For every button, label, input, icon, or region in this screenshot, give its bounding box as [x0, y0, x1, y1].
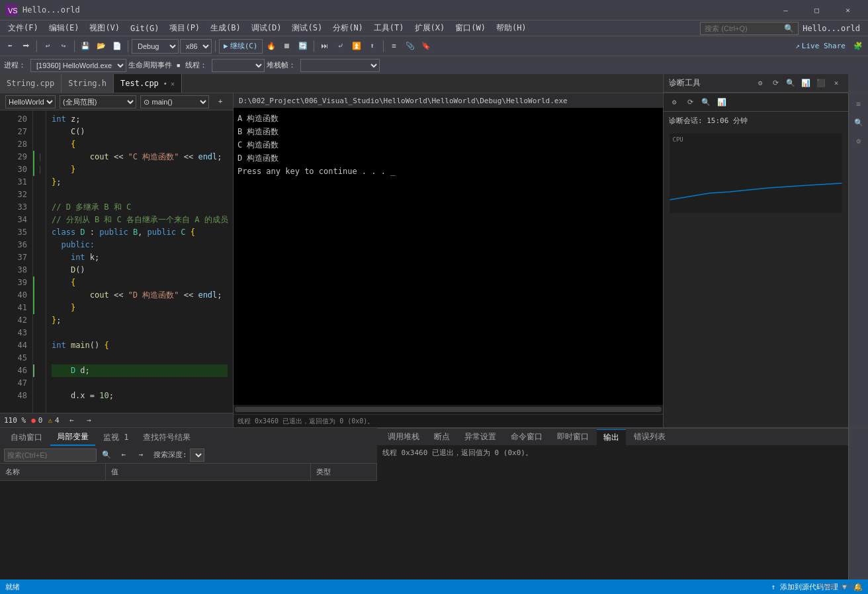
sidebar-icon-3[interactable]: ⚙	[851, 133, 867, 149]
code-line-27: C()	[52, 126, 228, 138]
editor-content[interactable]: 20 27 28 29 30 31 32 33 34 35 36 37 38 3…	[0, 110, 233, 413]
diag-refresh-icon[interactable]: ⟳	[769, 77, 782, 90]
process-dropdown[interactable]: [19360] HelloWorld.exe	[30, 59, 126, 72]
nav-fwd-button[interactable]: →	[82, 413, 97, 428]
diag-tb-refresh-icon[interactable]: ⟳	[683, 96, 697, 109]
close-button[interactable]: ✕	[833, 0, 863, 20]
share-icon: ↗	[795, 42, 800, 50]
sidebar-icon-2[interactable]: 🔍	[851, 114, 867, 130]
live-share-button[interactable]: ↗ Live Share	[791, 39, 849, 54]
menu-project[interactable]: 项目(P)	[164, 21, 205, 36]
forward-button[interactable]: ⮕	[19, 39, 33, 54]
menu-help[interactable]: 帮助(H)	[491, 21, 532, 36]
search-back-btn[interactable]: ←	[116, 448, 131, 462]
toolbar-extra-1[interactable]: ≡	[387, 39, 402, 54]
debug-controls-1[interactable]: ⏭	[318, 39, 332, 54]
menu-view[interactable]: 视图(V)	[84, 21, 125, 36]
extensions-icon[interactable]: 🧩	[851, 39, 865, 54]
output-text: 线程 0x3460 已退出，返回值为 0 (0x0)。	[382, 448, 533, 457]
code-area[interactable]: int z; C() { cout << "C 构造函数" << endl; }…	[46, 110, 233, 413]
line-numbers: 20 27 28 29 30 31 32 33 34 35 36 37 38 3…	[0, 110, 33, 413]
tab-dot-test-cpp: •	[163, 80, 167, 87]
console-output[interactable]: A 构造函数 B 构造函数 C 构造函数 D 构造函数 Press any ke…	[234, 108, 663, 405]
undo-button[interactable]: ↩	[40, 39, 55, 54]
tab-string-h[interactable]: String.h	[62, 74, 114, 93]
tab-breakpoints[interactable]: 断点	[427, 429, 456, 445]
toolbar-extra-2[interactable]: 📎	[403, 39, 417, 54]
tab-label-string-h: String.h	[68, 79, 107, 88]
tab-string-cpp[interactable]: String.cpp	[0, 74, 62, 93]
bottom-area: 自动窗口 局部变量 监视 1 查找符号结果 🔍 ← → 搜索深度: 名称 值	[0, 427, 868, 579]
search-depth-dropdown[interactable]	[190, 448, 204, 462]
tab-watch1[interactable]: 监视 1	[97, 429, 135, 446]
tab-immediate[interactable]: 即时窗口	[550, 429, 595, 445]
diag-settings-icon[interactable]: ⚙	[754, 77, 767, 90]
output-content[interactable]: 线程 0x3460 已退出，返回值为 0 (0x0)。	[377, 445, 848, 579]
stop-button[interactable]: ⏹	[280, 39, 294, 54]
search-icon-btn[interactable]: 🔍	[99, 448, 114, 462]
open-button[interactable]: 📂	[94, 39, 108, 54]
thread-dropdown[interactable]	[212, 59, 265, 72]
nav-back-button[interactable]: ←	[65, 413, 79, 428]
tab-output[interactable]: 输出	[597, 429, 626, 445]
locals-content[interactable]	[0, 481, 377, 579]
error-indicator[interactable]: ● 0	[31, 416, 42, 425]
diag-tb-settings-icon[interactable]: ⚙	[668, 96, 681, 109]
tab-close-test-cpp[interactable]: ✕	[171, 80, 175, 87]
col-name: 名称	[0, 464, 106, 481]
tab-exception-settings[interactable]: 异常设置	[458, 429, 503, 445]
maximize-button[interactable]: □	[802, 0, 832, 20]
tab-command-window[interactable]: 命令窗口	[504, 429, 549, 445]
file-select[interactable]: HelloWorld	[5, 95, 56, 108]
new-button[interactable]: 📄	[110, 39, 124, 54]
diag-zoom-in-icon[interactable]: 🔍	[784, 77, 797, 90]
debug-controls-2[interactable]: ⤶	[333, 39, 348, 54]
debug-toolbar: 进程： ﻿[19360] HelloWorld.exe 生命周期事件 ▪ 线程：…	[0, 56, 868, 74]
tab-error-list[interactable]: 错误列表	[627, 429, 672, 445]
restart-button[interactable]: 🔄	[296, 39, 310, 54]
sidebar-icon-1[interactable]: ≡	[851, 96, 867, 112]
menu-analyze[interactable]: 分析(N)	[327, 21, 369, 36]
menu-extensions[interactable]: 扩展(X)	[410, 21, 451, 36]
redo-button[interactable]: ↪	[56, 39, 71, 54]
locals-search-input[interactable]	[4, 448, 97, 462]
menu-git[interactable]: Git(G)	[125, 21, 164, 36]
continue-button[interactable]: ▶ 继续(C)	[219, 39, 263, 54]
debug-controls-4[interactable]: ⬆	[365, 39, 380, 54]
menu-debug[interactable]: 调试(D)	[246, 21, 287, 36]
search-fwd-btn[interactable]: →	[134, 448, 148, 462]
stack-dropdown[interactable]	[300, 59, 380, 72]
save-button[interactable]: 💾	[78, 39, 93, 54]
tab-auto-window[interactable]: 自动窗口	[4, 429, 49, 446]
tab-locals[interactable]: 局部变量	[50, 429, 95, 446]
platform-dropdown[interactable]: x86 x64	[180, 39, 212, 54]
debug-controls-3[interactable]: ⏫	[349, 39, 364, 54]
function-select[interactable]: ⊙ main()	[140, 95, 209, 108]
search-input[interactable]	[705, 24, 784, 32]
tab-call-stack[interactable]: 调用堆栈	[381, 429, 426, 445]
debug-config-dropdown[interactable]: Debug Release	[132, 39, 179, 54]
toolbar-extra-3[interactable]: 🔖	[419, 39, 433, 54]
bottom-left-tabs: 自动窗口 局部变量 监视 1 查找符号结果	[0, 428, 377, 446]
expand-editor-button[interactable]: +	[213, 95, 228, 109]
warning-indicator[interactable]: ⚠ 4	[48, 416, 59, 425]
diag-float-icon[interactable]: ⬛	[814, 77, 828, 90]
menu-build[interactable]: 生成(B)	[205, 21, 246, 36]
back-button[interactable]: ⬅	[3, 39, 17, 54]
fire-icon[interactable]: 🔥	[264, 39, 279, 54]
menu-edit[interactable]: 编辑(E)	[44, 21, 85, 36]
menu-file[interactable]: 文件(F)	[3, 21, 44, 36]
console-scrollbar[interactable]	[234, 405, 663, 414]
tab-find-symbol[interactable]: 查找符号结果	[136, 429, 197, 446]
menu-test[interactable]: 测试(S)	[286, 21, 327, 36]
diag-close-icon[interactable]: ✕	[830, 77, 843, 90]
minimize-button[interactable]: —	[771, 0, 801, 20]
scope-select[interactable]: (全局范围)	[60, 95, 136, 108]
menu-window[interactable]: 窗口(W)	[450, 21, 491, 36]
diag-tb-zoom-in-icon[interactable]: 🔍	[699, 96, 713, 109]
diag-tb-chart-icon[interactable]: 📊	[715, 96, 728, 109]
tab-label-string-cpp: String.cpp	[7, 79, 54, 88]
tab-test-cpp[interactable]: Test.cpp • ✕	[114, 74, 182, 93]
diag-chart-icon[interactable]: 📊	[799, 77, 812, 90]
menu-tools[interactable]: 工具(T)	[369, 21, 410, 36]
